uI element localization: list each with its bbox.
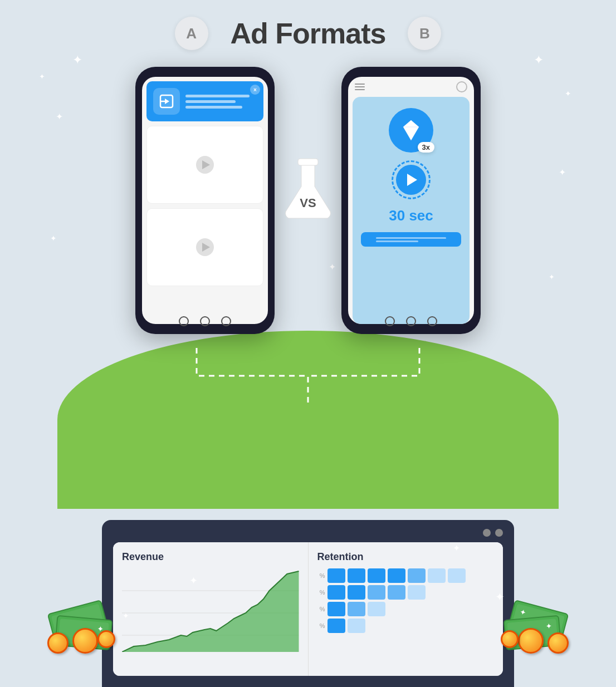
phone-b-screen: 3x 30 sec: [348, 77, 474, 324]
content-card-2: [146, 208, 263, 286]
retention-cell: [408, 585, 426, 600]
retention-cell: [408, 619, 426, 633]
play-circle: [396, 165, 426, 195]
circle-button: [456, 81, 467, 92]
diamond-icon: [398, 117, 424, 144]
retention-panel: Retention % %: [308, 542, 503, 676]
nav-dot-3: [221, 316, 231, 326]
retention-cell: [448, 619, 466, 633]
money-decoration-left: ✦ ✦: [45, 581, 117, 654]
retention-label-3: %: [317, 606, 325, 612]
dashboard-dots: [483, 529, 503, 537]
play-ring-outer: [392, 160, 431, 199]
coin-2: [72, 628, 98, 654]
coin-5: [518, 628, 544, 654]
dashboard-inner: Revenue Retention %: [113, 542, 503, 676]
coin-4: [547, 632, 569, 654]
nav-dot-6: [427, 316, 437, 326]
coin-6: [501, 630, 519, 648]
retention-label-2: %: [317, 589, 325, 596]
play-ring: [392, 160, 431, 199]
flask-icon: VS: [280, 156, 336, 223]
revenue-panel: Revenue: [113, 542, 308, 676]
retention-cell: [388, 585, 405, 600]
play-icon-1: [196, 156, 214, 174]
revenue-chart-svg: [122, 568, 299, 652]
retention-cell: [428, 568, 446, 583]
vs-flask-container: VS: [280, 156, 336, 223]
nav-dot-2: [200, 316, 210, 326]
retention-cell: [327, 602, 345, 616]
phone-a-nav: [135, 316, 275, 326]
retention-row-2: %: [317, 585, 495, 600]
nav-dot-1: [179, 316, 189, 326]
close-button[interactable]: ×: [250, 85, 260, 95]
banner-text-lines: [185, 95, 257, 109]
retention-cell: [348, 619, 365, 633]
retention-row-3: %: [317, 602, 495, 616]
money-decoration-right: ✦ ✦: [499, 581, 571, 654]
retention-label-4: %: [317, 622, 325, 629]
retention-title: Retention: [317, 551, 495, 563]
diamond-container: 3x: [389, 108, 433, 153]
login-icon: [158, 93, 175, 110]
content-card-1: [146, 126, 263, 204]
retention-cell: [348, 568, 365, 583]
timer-display: 30 sec: [389, 207, 433, 224]
phone-a-content: ×: [142, 77, 268, 291]
dashboard-panel: Revenue Retention %: [102, 520, 514, 687]
retention-cell: [388, 619, 405, 633]
page-title: Ad Formats: [231, 17, 386, 50]
retention-cell: [348, 602, 365, 616]
phone-a-screen: ×: [142, 77, 268, 324]
retention-cell: [448, 585, 466, 600]
revenue-chart: [122, 568, 299, 652]
retention-cell: [368, 585, 385, 600]
coin-3: [97, 630, 115, 648]
reward-bar-content: [376, 237, 446, 242]
phone-b-content: 3x 30 sec: [348, 77, 474, 324]
retention-cell: [448, 568, 466, 583]
retention-cell: [388, 602, 405, 616]
svg-text:VS: VS: [300, 196, 316, 210]
retention-row-1: %: [317, 568, 495, 583]
retention-cell: [327, 585, 345, 600]
retention-cell: [408, 568, 426, 583]
nav-dot-4: [385, 316, 395, 326]
dashboard-dot-2: [495, 529, 503, 537]
coin-1: [47, 632, 69, 654]
retention-cell: [448, 602, 466, 616]
hamburger-menu-icon: [355, 84, 365, 90]
nav-dot-5: [406, 316, 416, 326]
banner-ad-icon: [153, 88, 180, 115]
multiplier-badge: 3x: [418, 142, 434, 153]
retention-cell: [327, 568, 345, 583]
phone-b: 3x 30 sec: [341, 67, 481, 334]
retention-cell: [368, 602, 385, 616]
retention-cell: [428, 585, 446, 600]
dashboard-dot-1: [483, 529, 491, 537]
retention-row-4: %: [317, 619, 495, 633]
retention-cell: [388, 568, 405, 583]
play-arrow-icon: [407, 174, 417, 186]
retention-cell: [428, 602, 446, 616]
header: A Ad Formats B: [0, 17, 616, 50]
retention-cell: [368, 619, 385, 633]
svg-rect-5: [298, 159, 318, 165]
phone-b-topbar: [348, 77, 474, 97]
phone-b-nav: [341, 316, 481, 326]
retention-label-1: %: [317, 572, 325, 579]
badge-b: B: [408, 17, 441, 50]
reward-bar: [361, 232, 461, 247]
retention-cell: [348, 585, 365, 600]
retention-grid: % %: [317, 568, 495, 633]
revenue-title: Revenue: [122, 551, 299, 563]
retention-cell: [408, 602, 426, 616]
connector-lines: [124, 342, 492, 409]
retention-cell: [327, 619, 345, 633]
retention-cell: [368, 568, 385, 583]
phone-a: ×: [135, 67, 275, 334]
banner-ad: ×: [146, 81, 263, 121]
rewarded-ad-panel: 3x 30 sec: [353, 97, 470, 324]
play-icon-2: [196, 238, 214, 256]
